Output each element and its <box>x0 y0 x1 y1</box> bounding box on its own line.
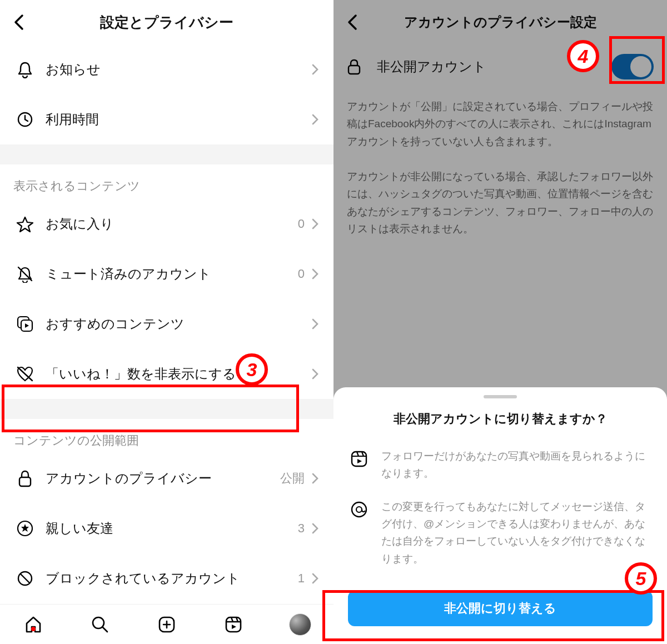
row-label: アカウントのプライバシー <box>46 470 280 487</box>
description-public: アカウントが「公開」に設定されている場合、プロフィールや投稿はFacebook内… <box>334 89 667 159</box>
row-private-account: 非公開アカウント <box>334 44 667 89</box>
section-divider <box>0 399 334 419</box>
bell-off-icon <box>16 265 34 283</box>
section-header-visibility: コンテンツの公開範囲 <box>0 419 334 453</box>
nav-search[interactable] <box>89 613 111 636</box>
toggle-label: 非公開アカウント <box>377 58 611 76</box>
row-account-privacy[interactable]: アカウントのプライバシー 公開 <box>0 453 334 503</box>
row-suggested-content[interactable]: おすすめのコンテンツ <box>0 299 334 349</box>
description-private: アカウントが非公開になっている場合、承認したフォロワー以外には、ハッシュタグのつ… <box>334 159 667 246</box>
page-title: 設定とプライバシー <box>0 13 334 32</box>
settings-privacy-screen: 設定とプライバシー お知らせ 利用時間 表示されるコンテンツ お気に入り 0 ミ… <box>0 0 334 644</box>
row-value: 3 <box>298 521 305 536</box>
row-label: お気に入り <box>46 215 298 233</box>
sheet-row-mention: この変更を行ってもあなたに対してメッセージ送信、タグ付け、@メンションできる人は… <box>348 498 653 567</box>
lock-icon <box>17 470 33 487</box>
private-account-toggle[interactable] <box>611 54 654 79</box>
svg-rect-9 <box>226 617 241 632</box>
chevron-right-icon <box>311 113 319 126</box>
chevron-right-icon <box>311 268 319 280</box>
nav-profile[interactable] <box>289 613 311 636</box>
sheet-desc2: この変更を行ってもあなたに対してメッセージ送信、タグ付け、@メンションできる人は… <box>381 498 653 567</box>
row-value: 0 <box>298 267 305 281</box>
clock-icon <box>17 111 33 128</box>
chevron-right-icon <box>311 63 319 76</box>
nav-reels[interactable] <box>222 613 245 636</box>
row-label: ブロックされているアカウント <box>46 570 298 587</box>
add-post-icon <box>157 615 176 634</box>
confirm-switch-private-button[interactable]: 非公開に切り替える <box>348 591 653 626</box>
row-label: お知らせ <box>46 61 310 78</box>
row-label: 利用時間 <box>46 111 310 128</box>
lock-icon <box>347 58 361 75</box>
row-favorites[interactable]: お気に入り 0 <box>0 199 334 249</box>
confirm-button-label: 非公開に切り替える <box>444 600 556 617</box>
heart-off-icon <box>16 366 34 382</box>
row-label: 親しい友達 <box>46 520 298 537</box>
page-title: アカウントのプライバシー設定 <box>334 13 667 31</box>
media-stack-icon <box>16 315 34 333</box>
star-circle-icon <box>17 520 33 537</box>
chevron-right-icon <box>311 472 319 485</box>
svg-point-7 <box>93 617 104 628</box>
search-icon <box>91 615 109 634</box>
svg-rect-10 <box>349 66 360 74</box>
svg-point-13 <box>356 507 362 512</box>
chevron-right-icon <box>311 318 319 330</box>
svg-point-12 <box>352 502 366 517</box>
sheet-desc1: フォロワーだけがあなたの写真や動画を見られるようになります。 <box>381 447 653 482</box>
chevron-right-icon <box>311 368 319 380</box>
home-notification-dot <box>31 627 36 631</box>
bell-icon <box>17 61 33 78</box>
row-label: 「いいね！」数を非表示にする <box>46 365 310 383</box>
nav-create[interactable] <box>156 613 178 636</box>
block-icon <box>17 570 33 587</box>
row-label: おすすめのコンテンツ <box>46 315 310 333</box>
row-muted-accounts[interactable]: ミュート済みのアカウント 0 <box>0 249 334 299</box>
row-time-spent[interactable]: 利用時間 <box>0 94 334 144</box>
account-privacy-screen: アカウントのプライバシー設定 非公開アカウント アカウントが「公開」に設定されて… <box>334 0 667 644</box>
section-header-content: 表示されるコンテンツ <box>0 164 334 199</box>
back-button[interactable] <box>340 10 365 34</box>
reels-icon <box>224 615 243 634</box>
sheet-handle[interactable] <box>484 395 517 398</box>
row-value: 1 <box>298 571 305 586</box>
row-value: 公開 <box>280 470 305 487</box>
sheet-title: 非公開アカウントに切り替えますか？ <box>348 411 653 427</box>
reels-icon <box>350 450 369 468</box>
chevron-right-icon <box>311 572 319 585</box>
header: アカウントのプライバシー設定 <box>334 0 667 44</box>
confirm-sheet: 非公開アカウントに切り替えますか？ フォロワーだけがあなたの写真や動画を見られる… <box>334 387 667 644</box>
svg-rect-11 <box>352 452 366 466</box>
star-icon <box>16 216 34 232</box>
nav-home[interactable] <box>22 613 44 636</box>
row-notifications[interactable]: お知らせ <box>0 44 334 94</box>
back-chevron-icon <box>346 14 359 31</box>
row-value: 0 <box>298 217 305 231</box>
chevron-right-icon <box>311 218 319 230</box>
row-label: ミュート済みのアカウント <box>46 265 298 283</box>
avatar <box>289 613 311 636</box>
bottom-nav <box>0 604 334 644</box>
at-icon <box>350 500 369 519</box>
back-button[interactable] <box>7 10 31 34</box>
section-divider <box>0 144 334 164</box>
row-close-friends[interactable]: 親しい友達 3 <box>0 503 334 553</box>
header: 設定とプライバシー <box>0 0 334 44</box>
back-chevron-icon <box>13 14 25 31</box>
row-hide-likes[interactable]: 「いいね！」数を非表示にする <box>0 349 334 399</box>
sheet-row-reels: フォロワーだけがあなたの写真や動画を見られるようになります。 <box>348 447 653 482</box>
row-blocked-accounts[interactable]: ブロックされているアカウント 1 <box>0 553 334 603</box>
svg-rect-3 <box>19 477 31 486</box>
chevron-right-icon <box>311 522 319 535</box>
